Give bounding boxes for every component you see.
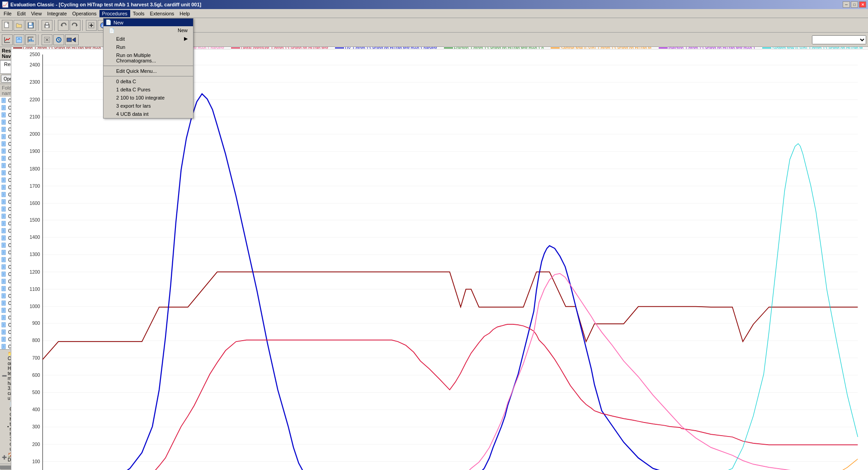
sidebar-list-item[interactable]: Cycling on HiTrap test mAb 1 harvest 3.5… <box>0 263 11 271</box>
sidebar-list-item[interactable]: Cycling on HiTrap test mAb 1 harvest 3.5… <box>0 285 11 292</box>
sidebar-tabs: Results Recent Runs Find Results <box>0 60 11 74</box>
dropdown-item-edit[interactable]: Edit ▶ <box>104 34 193 43</box>
menu-item-extensions[interactable]: Extensions <box>147 10 177 17</box>
dropdown-item-run[interactable]: Run <box>104 43 193 51</box>
result-icon <box>1 307 7 313</box>
sidebar-list-item[interactable]: Cycling on HiTrap test mAb 1 harvest 3.5… <box>0 227 11 234</box>
sidebar-list-item[interactable]: Cycling on HiTrap test mAb 1 harvest 3.5… <box>0 343 11 349</box>
dropdown-item-4-ucb-data-int[interactable]: 4 UCB data int <box>104 110 193 118</box>
sidebar-tab-results[interactable]: Results <box>0 60 11 73</box>
toolbar-btn-extra1[interactable] <box>86 20 97 31</box>
toolbar2-btn1[interactable] <box>2 34 13 45</box>
toolbar-save-button[interactable] <box>25 20 36 31</box>
toolbar-redo-button[interactable] <box>70 20 80 31</box>
sidebar-list-item[interactable]: Cycling on HiTrap test mAb 1 harvest 3.5… <box>0 169 11 176</box>
sidebar-list-item[interactable]: Cycling on HiTrap test mAb 1 harvest 3.5… <box>0 155 11 162</box>
dropdown-item-3-export-lars[interactable]: 3 export for lars <box>104 102 193 110</box>
sidebar-list-item[interactable]: Cycling on HiTrap test mAb 1 harvest 3.5 <box>0 97 11 104</box>
sidebar-list-item[interactable]: Cycling on HiTrap test mAb 1 harvest 3.5… <box>0 321 11 328</box>
dropdown-item-0-delta-c[interactable]: 0 delta C <box>104 77 193 85</box>
folder-tree-item2[interactable]: ▪ 📄 Cycling on HiTrap test mAb 1 harvest… <box>1 401 10 452</box>
scrollbar-track[interactable] <box>0 465 11 469</box>
result-icon <box>1 278 7 285</box>
dropdown-item-edit-quick-menu[interactable]: Edit Quick Menu... <box>104 67 193 75</box>
result-icon <box>1 148 7 154</box>
result-icon <box>1 126 7 133</box>
sidebar-list-item[interactable]: Cycling on HiTrap test mAb 1 harvest 3.5 <box>0 111 11 119</box>
legend-line-fraction <box>444 47 453 48</box>
toolbar-separator-3 <box>82 20 84 31</box>
menu-item-procedures[interactable]: Procedures <box>99 10 130 17</box>
sidebar-list-item[interactable]: Cycling on HiTrap test mAb 1 harvest 3.5 <box>0 126 11 133</box>
toolbar2-btn2[interactable] <box>14 34 24 45</box>
sidebar-list-item[interactable]: Cycling on HiTrap test mAb 1 harvest 3.5… <box>0 336 11 343</box>
maximize-button[interactable]: □ <box>851 1 858 8</box>
dropdown-item-run-multiple[interactable]: Run on Multiple Chromatograms... <box>104 51 193 65</box>
sidebar-list-item[interactable]: Cycling on HiTrap test mAb 1 harvest 3.5… <box>0 147 11 155</box>
chart-type-dropdown[interactable] <box>812 35 866 44</box>
close-button[interactable]: ✕ <box>859 1 866 8</box>
svg-text:1500: 1500 <box>29 218 40 223</box>
scrollbar-thumb[interactable] <box>0 466 11 470</box>
dropdown-item-2-100-integrate[interactable]: 2 100 to 100 integrate <box>104 94 193 102</box>
dropdown-item-edit-quick-menu-label: Edit Quick Menu... <box>109 68 157 74</box>
sidebar-list-item[interactable]: Cycling on HiTrap test mAb 1 harvest 3.5… <box>0 176 11 184</box>
folder-tree-item1[interactable]: ➖ 📁 Cycling on HiTrap test mAb 1 harvest… <box>1 351 10 401</box>
sidebar-list-item[interactable]: Cycling on HiTrap test mAb 1 harvest 3.5… <box>0 220 11 227</box>
sidebar-list-item[interactable]: Cycling on HiTrap test mAb 1 harvest 3.5… <box>0 328 11 336</box>
sidebar-list-item[interactable]: Cycling on HiTrap test mAb 1 harvest 3.5… <box>0 249 11 256</box>
sidebar-list-item[interactable]: Cycling on HiTrap test mAb 1 harvest 3.5… <box>0 162 11 169</box>
sidebar-list-item[interactable]: Cycling on HiTrap test mAb 1 harvest 3.5… <box>0 213 11 220</box>
open-button[interactable]: Open <box>1 75 11 83</box>
menu-item-integrate[interactable]: Integrate <box>44 10 69 17</box>
menu-item-help[interactable]: Help <box>177 10 193 17</box>
legend-line-systemflow <box>762 47 771 48</box>
sidebar-list-item[interactable]: Cycling on HiTrap test mAb 1 harvest 3.5… <box>0 299 11 307</box>
sidebar-list-item[interactable]: Cycling on HiTrap test mAb 1 harvest 3.5 <box>0 104 11 111</box>
toolbar-undo-button[interactable] <box>58 20 69 31</box>
folder-tree-home[interactable]: ➕ 🏠 DefaultHome <box>1 452 10 463</box>
sidebar-list-item[interactable]: Cycling on HiTrap test mAb 1 harvest 3.5 <box>0 119 11 126</box>
toolbar-new-button[interactable] <box>2 20 13 31</box>
svg-text:400: 400 <box>32 407 40 412</box>
sidebar-list-item[interactable]: Cycling on HiTrap test mAb 1 harvest 3.5… <box>0 234 11 242</box>
sidebar-list-item[interactable]: Cycling on HiTrap test mAb 1 harvest 3.5… <box>0 256 11 263</box>
menu-item-view[interactable]: View <box>28 10 45 17</box>
result-icon <box>1 322 7 328</box>
svg-text:200: 200 <box>32 442 40 447</box>
sidebar-list-item[interactable]: Cycling on HiTrap test mAb 1 harvest 3.5… <box>0 133 11 140</box>
sidebar-list-item[interactable]: Cycling on HiTrap test mAb 1 harvest 3.5… <box>0 140 11 147</box>
sidebar-list-item[interactable]: Cycling on HiTrap test mAb 1 harvest 3.5… <box>0 242 11 249</box>
svg-text:600: 600 <box>32 373 40 378</box>
sidebar-list-item[interactable]: Cycling on HiTrap test mAb 1 harvest 3.5… <box>0 314 11 321</box>
sidebar-list-item[interactable]: Cycling on HiTrap test mAb 1 harvest 3.5… <box>0 184 11 191</box>
menu-item-operations[interactable]: Operations <box>70 10 99 17</box>
svg-text:1300: 1300 <box>29 252 40 257</box>
toolbar2-btn3[interactable] <box>25 34 36 45</box>
toolbar2-btn6[interactable] <box>65 34 79 45</box>
sidebar-scrollbar[interactable] <box>0 464 11 470</box>
sidebar-list-item[interactable]: Cycling on HiTrap test mAb 1 harvest 3.5… <box>0 278 11 285</box>
sidebar-list-item[interactable]: Cycling on HiTrap test mAb 1 harvest 3.5… <box>0 191 11 198</box>
sidebar-list-item[interactable]: Cycling on HiTrap test mAb 1 harvest 3.5… <box>0 205 11 213</box>
sidebar-list-item[interactable]: Cycling on HiTrap test mAb 1 harvest 3.5… <box>0 271 11 278</box>
result-icon <box>1 104 7 111</box>
minimize-button[interactable]: ─ <box>843 1 850 8</box>
toolbar-open-button[interactable] <box>14 20 24 31</box>
toolbar2-btn5[interactable] <box>53 34 64 45</box>
menu-item-edit[interactable]: Edit <box>14 10 28 17</box>
result-icon <box>1 235 7 241</box>
sidebar-list-item[interactable]: Cycling on HiTrap test mAb 1 harvest 3.5… <box>0 198 11 205</box>
dropdown-item-new[interactable]: 📄 New <box>104 26 193 34</box>
menu-item-file[interactable]: File <box>1 10 14 17</box>
toolbar2-btn4[interactable] <box>42 34 52 45</box>
sidebar-list-item-label: Cycling on HiTrap test mAb 1 harvest 3.5… <box>8 294 11 299</box>
sidebar-list-item-label: Cycling on HiTrap test mAb 1 harvest 3.5… <box>8 185 11 190</box>
toolbar-print-button[interactable] <box>42 20 52 31</box>
sidebar-list[interactable]: Cycling on HiTrap test mAb 1 harvest 3.5… <box>0 97 11 349</box>
sidebar-list-item[interactable]: Cycling on HiTrap test mAb 1 harvest 3.5… <box>0 307 11 314</box>
sidebar-list-item[interactable]: Cycling on HiTrap test mAb 1 harvest 3.5… <box>0 292 11 299</box>
svg-text:1400: 1400 <box>29 235 40 240</box>
dropdown-item-1-delta-c-pures[interactable]: 1 delta C Pures <box>104 85 193 94</box>
menu-item-tools[interactable]: Tools <box>130 10 147 17</box>
